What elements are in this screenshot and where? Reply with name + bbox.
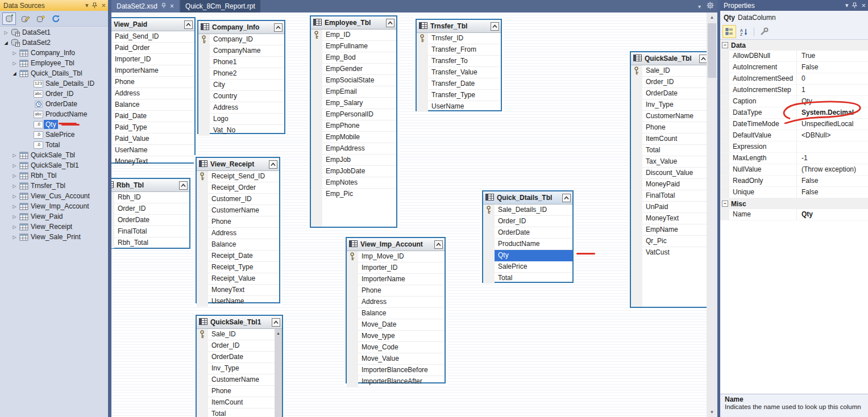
table-header[interactable]: View_Imp_Account [347, 238, 445, 251]
property-value[interactable]: (Throw exception) [797, 164, 868, 175]
properties-titlebar[interactable]: Properties ▾ × [720, 0, 868, 11]
table-column-row[interactable]: SalePrice [495, 261, 572, 273]
table-column-row[interactable]: Customer_ID [208, 194, 279, 205]
tree-item-saleprice[interactable]: .0SalePrice [0, 130, 108, 140]
collapse-table-icon[interactable] [184, 20, 193, 29]
tree-item-quicksale-tbl1[interactable]: ▷QuickSale_Tbl1 [0, 160, 108, 170]
tree-item-dataset1[interactable]: ▷DataSet1 [0, 27, 108, 37]
table-column-row[interactable]: EmpJobDate [322, 166, 396, 177]
tree-item-quick-dtails-tbl[interactable]: ◢Quick_Dtails_Tbl [0, 68, 108, 78]
property-value[interactable]: 0 [797, 73, 868, 84]
tree-item-order-id[interactable]: abcOrder_ID [0, 89, 108, 99]
table-column-row[interactable]: Emp_Pic [322, 189, 396, 199]
dropdown-icon[interactable]: ▾ [698, 3, 701, 10]
table-column-row[interactable]: ImporterName [111, 65, 194, 77]
canvas-vertical-scrollbar[interactable]: ▲ ▼ [707, 12, 717, 417]
diagram-table-quick-dtails-tbl[interactable]: Quick_Dtails_TblSale_Details_IDOrder_IDO… [482, 190, 574, 283]
expand-arrow-icon[interactable]: ▷ [2, 30, 10, 35]
table-column-row[interactable]: Paid_Value [111, 134, 194, 145]
table-column-row[interactable]: Sale_ID [208, 329, 275, 340]
property-row-datatype[interactable]: DataTypeSystem.Decimal [720, 107, 868, 119]
table-column-row[interactable]: Company_ID [210, 34, 284, 45]
table-column-row[interactable]: ItemCount [208, 397, 275, 408]
diagram-table-quicksale-tbl[interactable]: QuickSale_TblSale_IDOrder_IDOrderDateInv… [630, 51, 707, 308]
table-column-row[interactable]: Paid_Date [111, 111, 194, 122]
tree-item-productname[interactable]: abcProductName [0, 109, 108, 119]
table-column-row[interactable]: Discount_Value [642, 168, 707, 179]
add-new-data-source-icon[interactable] [2, 12, 16, 25]
property-row-name[interactable]: NameQty [720, 209, 868, 220]
table-column-row[interactable]: Balance [111, 99, 194, 111]
table-column-row[interactable]: UserName [428, 101, 501, 112]
table-column-row[interactable]: Total [208, 408, 275, 417]
data-sources-titlebar[interactable]: Data Sources ▾ × [0, 0, 108, 11]
table-column-row[interactable]: Paid_Type [111, 122, 194, 134]
table-column-row[interactable]: MoneyText [642, 213, 707, 224]
property-row-expression[interactable]: Expression [720, 141, 868, 153]
table-header[interactable]: QuickSale_Tbl [631, 52, 707, 65]
table-column-row[interactable]: Transfer_From [428, 44, 501, 56]
table-column-row[interactable]: FinalTotal [642, 190, 707, 202]
table-column-row[interactable]: Address [208, 228, 279, 239]
table-column-row[interactable]: Importer_ID [358, 262, 445, 274]
table-column-row[interactable]: OrderDate [495, 227, 572, 239]
table-column-row[interactable]: Receipt_Value [208, 273, 279, 285]
table-column-row[interactable]: Logo [210, 114, 284, 125]
table-header[interactable]: Employee_Tbl [311, 16, 396, 30]
table-column-row[interactable]: Phone [111, 77, 194, 88]
property-value[interactable]: False [797, 187, 868, 198]
table-column-row[interactable]: Paid_Send_ID [111, 31, 194, 43]
expand-arrow-icon[interactable]: ▷ [11, 51, 18, 56]
table-column-row[interactable]: CustomerName [208, 374, 275, 386]
table-column-row[interactable]: Move_Date [358, 319, 445, 331]
expand-arrow-icon[interactable]: ▷ [11, 214, 18, 219]
table-column-row[interactable]: EmpGender [322, 64, 396, 75]
table-column-row[interactable]: Imp_Move_ID [358, 251, 445, 262]
property-row-defaultvalue[interactable]: DefaultValue<DBNull> [720, 130, 868, 141]
configure-datasource-with-wizard-icon[interactable] [34, 13, 47, 24]
property-row-unique[interactable]: UniqueFalse [720, 187, 868, 198]
expand-arrow-icon[interactable]: ▷ [11, 224, 18, 230]
close-icon[interactable]: × [170, 2, 174, 10]
table-column-row[interactable]: Move_Code [358, 342, 445, 353]
tree-item-rbh-tbl[interactable]: ▷Rbh_Tbl [0, 170, 108, 181]
diagram-table-view-paid[interactable]: View_PaidPaid_Send_IDPaid_OrderImporter_… [111, 17, 196, 164]
diagram-table-company-info[interactable]: Company_InfoCompany_IDCompanyNamePhone1P… [197, 20, 285, 134]
table-column-row[interactable]: Phone2 [210, 68, 284, 80]
property-value[interactable] [797, 141, 868, 152]
table-header[interactable]: Rbh_Tbl [111, 179, 189, 192]
table-column-row[interactable]: Trnsfer_ID [428, 33, 501, 44]
table-column-row[interactable]: ImporterName [358, 274, 445, 285]
property-row-nullvalue[interactable]: NullValue(Throw exception) [720, 164, 868, 176]
table-column-row[interactable]: VatCust [642, 247, 707, 258]
tree-item-view-cus-account[interactable]: ▷View_Cus_Account [0, 191, 108, 201]
table-column-row[interactable]: Order_ID [495, 216, 572, 227]
table-column-row[interactable]: Balance [358, 308, 445, 319]
table-column-row[interactable]: CustomerName [208, 205, 279, 216]
property-row-autoincrement[interactable]: AutoIncrementFalse [720, 62, 868, 73]
property-value[interactable]: False [797, 176, 868, 186]
table-column-row[interactable]: Receipt_Type [208, 262, 279, 273]
table-column-row[interactable]: Phone1 [210, 57, 284, 68]
table-column-row[interactable]: Transfer_Value [428, 67, 501, 78]
table-column-row[interactable]: OrderDate [642, 88, 707, 99]
table-column-row[interactable]: Emp_Bod [322, 52, 396, 64]
property-row-caption[interactable]: CaptionQty [720, 96, 868, 107]
tree-item-qty[interactable]: .0Qty [0, 119, 108, 130]
table-column-row[interactable]: EmpPhone [322, 120, 396, 132]
refresh-icon[interactable] [49, 13, 62, 24]
close-icon[interactable]: × [861, 2, 866, 9]
table-header[interactable]: Trnsfer_Tbl [417, 20, 501, 33]
collapse-table-icon[interactable] [274, 23, 283, 32]
property-value[interactable]: <DBNull> [797, 130, 868, 141]
tab-quick-8cm-report-rpt[interactable]: Quick_8Cm_Report.rpt [180, 0, 260, 12]
collapse-table-icon[interactable] [386, 19, 394, 27]
table-column-row[interactable]: Vat_No [210, 125, 284, 136]
collapse-table-icon[interactable] [491, 22, 499, 31]
property-row-autoincrementseed[interactable]: AutoIncrementSeed0 [720, 73, 868, 85]
diagram-table-rbh-tbl[interactable]: Rbh_TblRbh_IDOrder_IDOrderDateFinalTotal… [111, 178, 190, 249]
table-column-row[interactable]: EmpEmail [322, 86, 396, 98]
window-position-icon[interactable]: ▾ [85, 2, 89, 9]
table-column-row[interactable]: Balance [208, 239, 279, 251]
table-column-row[interactable]: ImporterBlanceAfter [358, 376, 445, 387]
